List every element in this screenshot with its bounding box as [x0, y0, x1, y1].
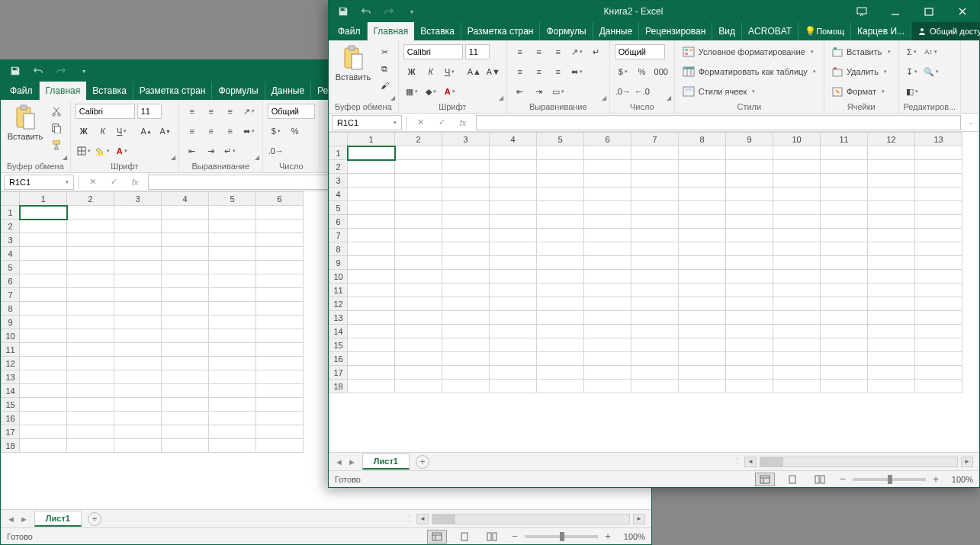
- cell[interactable]: [442, 215, 490, 229]
- cell[interactable]: [395, 229, 442, 242]
- cell[interactable]: [584, 160, 631, 174]
- cell[interactable]: [256, 412, 304, 425]
- cell[interactable]: [442, 256, 490, 270]
- cell[interactable]: [162, 412, 209, 425]
- save-icon[interactable]: [5, 62, 25, 80]
- cell[interactable]: [490, 270, 537, 284]
- sort-filter-icon[interactable]: A↕: [923, 44, 940, 59]
- cell[interactable]: [773, 256, 821, 270]
- cell[interactable]: [256, 343, 304, 357]
- cell[interactable]: [631, 311, 679, 325]
- cell[interactable]: [821, 380, 868, 393]
- cell[interactable]: [348, 366, 395, 380]
- cell[interactable]: [915, 338, 962, 352]
- confirm-formula-icon[interactable]: ✓: [433, 115, 450, 130]
- cell[interactable]: [67, 288, 114, 302]
- cell[interactable]: [256, 384, 304, 398]
- sheet-tab[interactable]: Лист1: [34, 511, 82, 527]
- cell[interactable]: [162, 220, 209, 233]
- cell[interactable]: [584, 188, 631, 201]
- cell[interactable]: [209, 370, 256, 384]
- cell[interactable]: [442, 174, 490, 188]
- cell[interactable]: [256, 274, 304, 288]
- cell[interactable]: [209, 302, 256, 316]
- cell[interactable]: [348, 284, 395, 297]
- cell[interactable]: [67, 412, 114, 425]
- cell[interactable]: [395, 160, 442, 174]
- cell[interactable]: [348, 325, 395, 338]
- cell[interactable]: [537, 160, 584, 174]
- cell[interactable]: [490, 366, 537, 380]
- autosum-icon[interactable]: Σ: [904, 44, 921, 59]
- cell[interactable]: [537, 297, 584, 311]
- cell[interactable]: [679, 201, 726, 215]
- cell[interactable]: [490, 229, 537, 242]
- row-header[interactable]: 11: [329, 284, 348, 297]
- cell[interactable]: [162, 316, 209, 329]
- cell[interactable]: [821, 215, 868, 229]
- cell[interactable]: [67, 233, 114, 247]
- view-page-break-icon[interactable]: [810, 473, 830, 486]
- cell[interactable]: [773, 201, 821, 215]
- row-header[interactable]: 7: [2, 288, 20, 302]
- cell[interactable]: [868, 160, 915, 174]
- cell[interactable]: [915, 284, 962, 297]
- cell[interactable]: [584, 338, 631, 352]
- cell[interactable]: [348, 146, 395, 160]
- borders-button[interactable]: [76, 143, 92, 159]
- cell[interactable]: [584, 256, 631, 270]
- cell[interactable]: [584, 366, 631, 380]
- cell[interactable]: [20, 274, 67, 288]
- row-header[interactable]: 6: [2, 274, 20, 288]
- cell[interactable]: [821, 270, 868, 284]
- cell[interactable]: [395, 242, 442, 256]
- cell[interactable]: [537, 146, 584, 160]
- cell[interactable]: [631, 256, 679, 270]
- cell[interactable]: [256, 288, 304, 302]
- cell[interactable]: [821, 242, 868, 256]
- column-header[interactable]: 6: [584, 133, 631, 146]
- cell[interactable]: [537, 366, 584, 380]
- tab-file[interactable]: Файл: [332, 22, 368, 40]
- cell[interactable]: [821, 311, 868, 325]
- zoom-value[interactable]: 100%: [618, 532, 645, 541]
- undo-icon[interactable]: [356, 2, 376, 21]
- cell[interactable]: [67, 343, 114, 357]
- cell[interactable]: [821, 146, 868, 160]
- merge-icon[interactable]: ⬌: [241, 123, 258, 139]
- row-header[interactable]: 9: [329, 256, 348, 270]
- align-top-icon[interactable]: ≡: [184, 104, 201, 119]
- cell[interactable]: [868, 242, 915, 256]
- formula-input[interactable]: [476, 115, 961, 130]
- dialog-launcher-icon[interactable]: ◢: [602, 95, 606, 101]
- cell[interactable]: [868, 201, 915, 215]
- row-header[interactable]: 1: [329, 146, 348, 160]
- cell[interactable]: [67, 247, 114, 261]
- cell[interactable]: [679, 311, 726, 325]
- cell[interactable]: [679, 229, 726, 242]
- user-account[interactable]: Карцев И...: [850, 22, 911, 40]
- cell[interactable]: [442, 284, 490, 297]
- row-header[interactable]: 12: [2, 357, 20, 370]
- cell[interactable]: [256, 233, 304, 247]
- orientation-icon[interactable]: ↗: [569, 44, 586, 59]
- cell[interactable]: [490, 174, 537, 188]
- column-header[interactable]: 4: [162, 192, 209, 206]
- cell[interactable]: [584, 146, 631, 160]
- cell[interactable]: [209, 206, 256, 220]
- paste-button[interactable]: Вставить: [333, 43, 373, 83]
- decrease-decimal-icon[interactable]: ←.0: [634, 84, 651, 99]
- cell[interactable]: [821, 352, 868, 366]
- cell[interactable]: [348, 352, 395, 366]
- cell[interactable]: [209, 274, 256, 288]
- tab-data[interactable]: Данные: [593, 22, 639, 40]
- sheet-nav[interactable]: ◄►: [7, 515, 28, 524]
- cell[interactable]: [537, 380, 584, 393]
- cell[interactable]: [67, 425, 114, 439]
- fill-color-button[interactable]: [95, 143, 111, 159]
- cell[interactable]: [162, 439, 209, 453]
- qat-customize-icon[interactable]: ▾: [402, 2, 422, 21]
- cell[interactable]: [868, 215, 915, 229]
- cell[interactable]: [679, 325, 726, 338]
- cell[interactable]: [114, 288, 162, 302]
